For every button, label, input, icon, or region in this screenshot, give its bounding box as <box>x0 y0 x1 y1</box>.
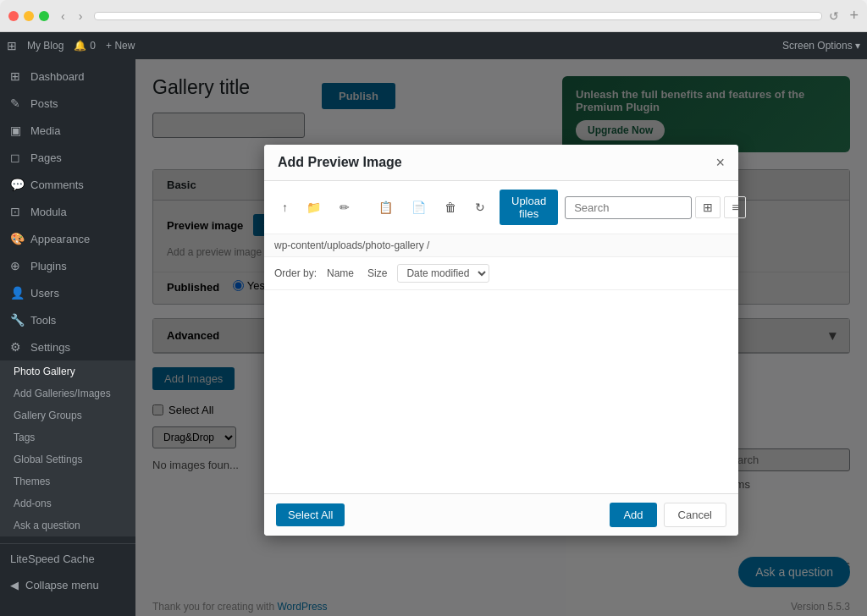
sidebar-item-label: Plugins <box>30 260 67 272</box>
wp-admin-bar: ⊞ My Blog 🔔 0 + New Screen Options ▾ <box>0 32 867 59</box>
list-view-button[interactable]: ≡ <box>724 196 746 218</box>
modal-select-all-button[interactable]: Select All <box>276 503 345 526</box>
sidebar-sub-ask-question[interactable]: Ask a question <box>0 514 135 536</box>
sidebar-sub-add-galleries[interactable]: Add Galleries/Images <box>0 382 135 404</box>
modal-header: Add Preview Image × <box>264 145 738 181</box>
sidebar-item-label: Pages <box>30 151 62 164</box>
sidebar-item-label: Media <box>30 124 60 137</box>
toolbar-delete-button[interactable]: 🗑 <box>437 196 464 218</box>
sidebar-item-dashboard[interactable]: ⊞ Dashboard <box>0 63 135 90</box>
forward-button[interactable]: › <box>74 8 88 25</box>
notification-count: 0 <box>90 40 96 52</box>
wp-logo-icon: ⊞ <box>7 39 17 52</box>
modal-add-button[interactable]: Add <box>610 503 656 527</box>
sidebar: ⊞ Dashboard ✎ Posts ▣ Media ◻ Pages 💬 Co… <box>0 59 135 616</box>
toolbar-edit-button[interactable]: ✏ <box>332 196 357 218</box>
sub-label: Themes <box>14 476 50 487</box>
sidebar-item-media[interactable]: ▣ Media <box>0 117 135 144</box>
add-preview-image-modal: Add Preview Image × ↑ 📁 ✏ 📋 📄 🗑 ↻ Upload… <box>264 145 738 536</box>
sidebar-collapse[interactable]: ◀ Collapse menu <box>0 572 135 598</box>
nav-arrows: ‹ › <box>56 8 87 25</box>
minimize-dot[interactable] <box>24 11 34 21</box>
sidebar-item-label: Tools <box>30 314 56 327</box>
window-controls <box>8 11 49 21</box>
modal-overlay: Add Preview Image × ↑ 📁 ✏ 📋 📄 🗑 ↻ Upload… <box>135 59 867 616</box>
close-dot[interactable] <box>8 11 19 21</box>
sidebar-item-settings[interactable]: ⚙ Settings <box>0 333 135 360</box>
admin-bar-site[interactable]: My Blog <box>27 40 64 52</box>
new-tab-button[interactable]: + <box>849 7 859 25</box>
admin-bar-notifications[interactable]: 🔔 0 <box>74 40 96 52</box>
sort-bar: Order by: Name Size Date modified <box>264 257 738 290</box>
sidebar-item-label: Posts <box>30 97 58 110</box>
dashboard-icon: ⊞ <box>10 69 24 83</box>
plugins-icon: ⊕ <box>10 259 24 272</box>
sidebar-sub-addons[interactable]: Add-ons <box>0 492 135 514</box>
grid-view-button[interactable]: ⊞ <box>695 196 721 218</box>
sidebar-item-label: Modula <box>30 206 67 218</box>
toolbar-upload-button[interactable]: ↑ <box>274 196 295 218</box>
modal-search-input[interactable] <box>565 196 692 219</box>
order-by-label: Order by: <box>274 267 317 279</box>
sort-date-select[interactable]: Date modified <box>397 264 489 283</box>
sub-label: Global Settings <box>14 454 82 465</box>
sidebar-item-pages[interactable]: ◻ Pages <box>0 144 135 171</box>
toolbar-refresh-button[interactable]: ↻ <box>467 196 493 218</box>
sidebar-item-comments[interactable]: 💬 Comments <box>0 171 135 198</box>
sub-label: Add Galleries/Images <box>14 388 111 399</box>
maximize-dot[interactable] <box>39 11 49 21</box>
main-layout: ⊞ Dashboard ✎ Posts ▣ Media ◻ Pages 💬 Co… <box>0 59 867 616</box>
screen-options-button[interactable]: Screen Options ▾ <box>782 40 860 52</box>
path-bar: wp-content/uploads/photo-gallery / <box>264 234 738 257</box>
content-area: Gallery title Publish Unleash the full b… <box>135 59 867 616</box>
upload-files-button[interactable]: Upload files <box>500 190 558 225</box>
notification-icon: 🔔 <box>74 40 86 52</box>
posts-icon: ✎ <box>10 96 24 110</box>
sidebar-item-users[interactable]: 👤 Users <box>0 279 135 306</box>
modal-title: Add Preview Image <box>278 155 402 170</box>
tools-icon: 🔧 <box>10 313 24 327</box>
sidebar-item-appearance[interactable]: 🎨 Appearance <box>0 225 135 252</box>
settings-icon: ⚙ <box>10 340 24 354</box>
sidebar-item-plugins[interactable]: ⊕ Plugins <box>0 252 135 279</box>
sidebar-sub-tags[interactable]: Tags <box>0 426 135 448</box>
sidebar-sub-global-settings[interactable]: Global Settings <box>0 448 135 470</box>
sort-name-button[interactable]: Name <box>323 266 357 281</box>
collapse-icon: ◀ <box>10 579 19 591</box>
sidebar-submenu: Photo Gallery Add Galleries/Images Galle… <box>0 360 135 536</box>
sidebar-item-label: Users <box>30 287 59 300</box>
sub-label: Add-ons <box>14 498 52 509</box>
users-icon: 👤 <box>10 286 24 300</box>
appearance-icon: 🎨 <box>10 232 24 245</box>
sidebar-item-modula[interactable]: ⊡ Modula <box>0 198 135 225</box>
toolbar-paste-button[interactable]: 📄 <box>404 196 434 218</box>
reload-button[interactable]: ↺ <box>829 9 839 23</box>
browser-chrome: ‹ › ↺ + <box>0 0 867 32</box>
toolbar-folder-button[interactable]: 📁 <box>299 196 329 218</box>
litespeed-label: LiteSpeed Cache <box>10 553 95 565</box>
view-toggle: ⊞ ≡ <box>695 196 746 218</box>
back-button[interactable]: ‹ <box>56 8 70 25</box>
modal-cancel-button[interactable]: Cancel <box>664 503 726 527</box>
collapse-label: Collapse menu <box>25 579 99 591</box>
admin-bar-new[interactable]: + New <box>106 40 135 52</box>
modal-close-button[interactable]: × <box>715 155 725 170</box>
sidebar-sub-photo-gallery[interactable]: Photo Gallery <box>0 360 135 382</box>
sidebar-item-label: Settings <box>30 341 70 354</box>
modal-toolbar: ↑ 📁 ✏ 📋 📄 🗑 ↻ Upload files ⊞ ≡ <box>264 181 738 234</box>
toolbar-copy-button[interactable]: 📋 <box>371 196 400 218</box>
sidebar-item-posts[interactable]: ✎ Posts <box>0 90 135 117</box>
sub-label: Ask a question <box>14 520 80 531</box>
sidebar-item-litespeed[interactable]: LiteSpeed Cache <box>0 543 135 572</box>
sidebar-sub-gallery-groups[interactable]: Gallery Groups <box>0 404 135 426</box>
address-bar[interactable] <box>94 12 822 20</box>
sort-size-button[interactable]: Size <box>364 266 390 281</box>
sidebar-item-label: Appearance <box>30 233 90 245</box>
modula-icon: ⊡ <box>10 205 24 218</box>
sidebar-item-label: Dashboard <box>30 70 85 83</box>
comments-icon: 💬 <box>10 178 24 191</box>
sidebar-sub-themes[interactable]: Themes <box>0 470 135 492</box>
sidebar-item-tools[interactable]: 🔧 Tools <box>0 306 135 333</box>
new-label: + New <box>106 40 135 52</box>
modal-footer: Select All Add Cancel <box>264 493 738 536</box>
